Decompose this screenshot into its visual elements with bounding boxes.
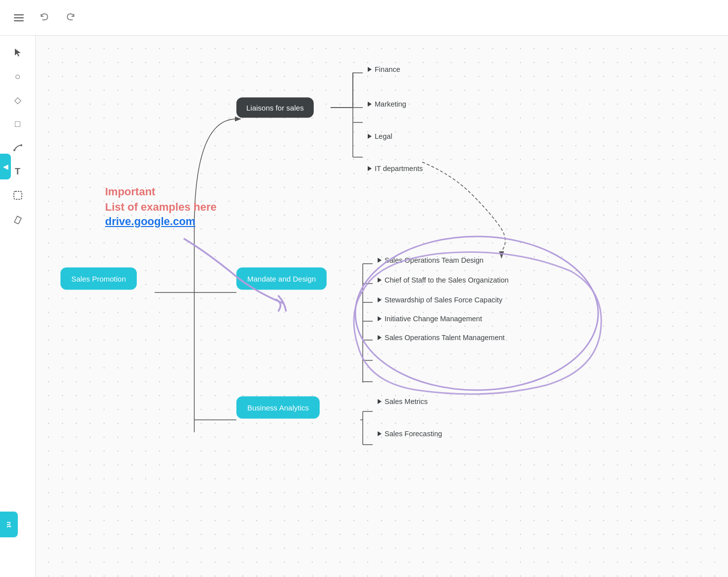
annotation-important: Important: [105, 184, 217, 200]
menu-button[interactable]: [10, 9, 28, 27]
legal-branch: Legal: [368, 132, 392, 140]
finance-label: Finance: [375, 65, 400, 73]
analytics-branch-2: Sales Forecasting: [378, 430, 442, 438]
mandate-branch-5-label: Sales Operations Talent Management: [385, 334, 504, 342]
it-branch: IT departments: [368, 165, 423, 173]
mandate-arrow-4: [378, 316, 382, 321]
mind-map-area: Liaisons for sales Finance Marketing Leg…: [36, 36, 728, 577]
bottom-left-tab[interactable]: nt: [0, 512, 18, 537]
annotation-link[interactable]: drive.google.com: [105, 215, 195, 228]
svg-rect-2: [14, 20, 24, 21]
mandate-node[interactable]: Mandate and Design: [236, 268, 327, 290]
analytics-branch-2-label: Sales Forecasting: [385, 430, 442, 438]
it-label: IT departments: [375, 165, 423, 173]
svg-marker-7: [499, 251, 504, 259]
svg-rect-1: [14, 17, 24, 18]
marketing-branch: Marketing: [368, 100, 406, 108]
marketing-arrow: [368, 102, 372, 107]
analytics-branch-1: Sales Metrics: [378, 398, 428, 405]
tool-rectangle[interactable]: □: [7, 113, 29, 135]
finance-branch: Finance: [368, 65, 400, 73]
svg-point-4: [20, 144, 22, 146]
undo-button[interactable]: [36, 9, 54, 27]
tool-select[interactable]: [7, 184, 29, 206]
mandate-branch-1-label: Sales Operations Team Design: [385, 256, 484, 264]
svg-point-3: [13, 149, 15, 151]
connections-svg: [36, 36, 728, 577]
tool-cursor[interactable]: [7, 42, 29, 63]
analytics-branch-1-label: Sales Metrics: [385, 398, 428, 405]
mandate-branch-3-label: Stewardship of Sales Force Capacity: [385, 296, 503, 304]
sidebar: ○ ◇ □ T: [0, 36, 36, 577]
annotation-box: Important List of examples here drive.go…: [105, 184, 217, 228]
mandate-arrow-2: [378, 278, 382, 283]
bottom-tab-label: nt: [5, 521, 13, 527]
svg-rect-0: [14, 14, 24, 15]
business-analytics-label: Business Analytics: [247, 404, 309, 412]
mandate-label: Mandate and Design: [247, 275, 316, 283]
legal-arrow: [368, 134, 372, 139]
marketing-label: Marketing: [375, 100, 406, 108]
left-collapse-tab[interactable]: ◀: [0, 154, 11, 179]
toolbar: [0, 0, 728, 36]
mandate-branch-3: Stewardship of Sales Force Capacity: [378, 296, 503, 304]
tool-circle[interactable]: ○: [7, 65, 29, 87]
redo-button[interactable]: [61, 9, 79, 27]
annotation-line2: List of examples here: [105, 200, 217, 215]
mandate-arrow-1: [378, 258, 382, 263]
analytics-arrow-2: [378, 431, 382, 436]
mandate-branch-5: Sales Operations Talent Management: [378, 334, 504, 342]
legal-label: Legal: [375, 132, 392, 140]
annotation-line1: Important: [105, 185, 155, 198]
mandate-branch-4: Initiative Change Management: [378, 315, 482, 323]
mandate-branch-4-label: Initiative Change Management: [385, 315, 482, 323]
liaisons-node[interactable]: Liaisons for sales: [236, 98, 314, 118]
annotation-list: List of examples here: [105, 201, 217, 213]
it-arrow: [368, 166, 372, 171]
tool-eraser[interactable]: [7, 208, 29, 230]
liaisons-label: Liaisons for sales: [246, 104, 304, 112]
mandate-arrow-3: [378, 297, 382, 302]
sales-promotion-node[interactable]: Sales Promotion: [60, 268, 137, 290]
analytics-arrow-1: [378, 399, 382, 404]
mandate-arrow-5: [378, 335, 382, 340]
tool-diamond[interactable]: ◇: [7, 89, 29, 111]
finance-arrow: [368, 67, 372, 72]
sales-promotion-label: Sales Promotion: [71, 275, 126, 283]
svg-rect-5: [14, 191, 22, 199]
business-analytics-node[interactable]: Business Analytics: [236, 397, 320, 419]
mandate-branch-2-label: Chief of Staff to the Sales Organization: [385, 276, 508, 284]
mandate-branch-1: Sales Operations Team Design: [378, 256, 484, 264]
mandate-branch-2: Chief of Staff to the Sales Organization: [378, 276, 508, 284]
